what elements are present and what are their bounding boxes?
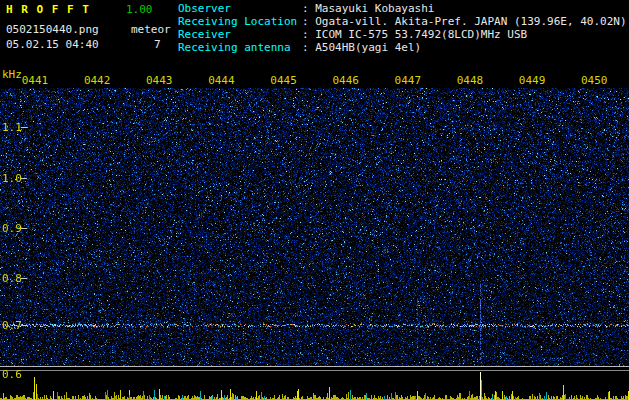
freq-tick-label: 0.9 <box>2 222 22 235</box>
spectrogram-canvas <box>0 88 629 366</box>
time-tick-label: 0444 <box>208 74 235 87</box>
info-label: Observer <box>178 2 302 15</box>
app-title: H R O F F T <box>6 3 90 16</box>
timestamp: 05.02.15 04:40 <box>6 38 99 51</box>
time-tick-label: 0445 <box>270 74 297 87</box>
time-tick-label: 0450 <box>581 74 608 87</box>
hrofft-screen: H R O F F T 1.00 0502150440.png meteor 0… <box>0 0 629 400</box>
signal-meter-canvas <box>0 371 629 400</box>
info-row: Receiving antenna: A504HB(yagi 4el) <box>178 41 627 54</box>
freq-tick-mark <box>21 178 27 179</box>
info-row: Receiving Location: Ogata-vill. Akita-Pr… <box>178 15 627 28</box>
time-tick-label: 0442 <box>84 74 111 87</box>
info-value: : ICOM IC-575 53.7492(8LCD)MHz USB <box>302 28 527 41</box>
time-tick-label: 0446 <box>332 74 359 87</box>
freq-tick-label: 1.1 <box>2 121 22 134</box>
info-value: : A504HB(yagi 4el) <box>302 41 421 54</box>
info-row: Receiver: ICOM IC-575 53.7492(8LCD)MHz U… <box>178 28 627 41</box>
echo-count: 7 <box>154 38 161 51</box>
freq-tick-label: 0.8 <box>2 272 22 285</box>
freq-tick-mark <box>21 228 27 229</box>
panel-separator <box>0 366 629 371</box>
freq-tick-mark <box>21 278 27 279</box>
freq-tick-mark <box>21 127 27 128</box>
time-tick-label: 0441 <box>22 74 49 87</box>
freq-tick-label: 0.7 <box>2 319 22 332</box>
freq-unit-label: kHz <box>2 68 22 81</box>
info-value: : Ogata-vill. Akita-Pref. JAPAN (139.96E… <box>302 15 627 28</box>
time-tick-label: 0447 <box>395 74 422 87</box>
freq-tick-label: 0.6 <box>2 368 22 381</box>
output-filename: 0502150440.png <box>6 23 99 36</box>
freq-tick-mark <box>21 325 27 326</box>
freq-tick-label: 1.0 <box>2 172 22 185</box>
time-tick-label: 0449 <box>519 74 546 87</box>
info-label: Receiving Location <box>178 15 302 28</box>
info-label: Receiving antenna <box>178 41 302 54</box>
mode-label: meteor <box>131 23 171 36</box>
time-tick-label: 0443 <box>146 74 173 87</box>
station-info-list: Observer: Masayuki KobayashiReceiving Lo… <box>178 2 627 54</box>
info-label: Receiver <box>178 28 302 41</box>
app-version: 1.00 <box>126 3 153 16</box>
info-value: : Masayuki Kobayashi <box>302 2 434 15</box>
info-row: Observer: Masayuki Kobayashi <box>178 2 627 15</box>
time-tick-label: 0448 <box>457 74 484 87</box>
